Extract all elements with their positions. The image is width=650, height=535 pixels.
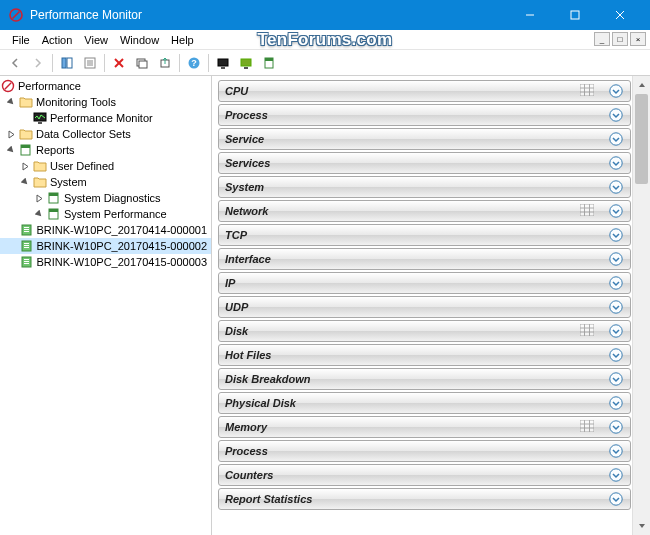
- section-hot-files[interactable]: Hot Files: [218, 344, 631, 366]
- tree-report-item[interactable]: BRINK-W10PC_20170415-000002: [0, 238, 211, 254]
- expand-icon[interactable]: [608, 491, 624, 507]
- expand-icon[interactable]: [608, 419, 624, 435]
- section-network[interactable]: Network: [218, 200, 631, 222]
- section-process[interactable]: Process: [218, 440, 631, 462]
- expand-icon[interactable]: [608, 131, 624, 147]
- tree-performance-monitor[interactable]: Performance Monitor: [0, 110, 211, 126]
- section-process[interactable]: Process: [218, 104, 631, 126]
- expand-icon[interactable]: [608, 395, 624, 411]
- expand-icon[interactable]: [608, 203, 624, 219]
- tree-label: System Diagnostics: [64, 192, 161, 204]
- vertical-scrollbar[interactable]: [632, 76, 650, 535]
- tree-root-performance[interactable]: Performance: [0, 78, 211, 94]
- forward-button[interactable]: [27, 52, 49, 74]
- section-tcp[interactable]: TCP: [218, 224, 631, 246]
- data-collector-button[interactable]: [235, 52, 257, 74]
- section-ip[interactable]: IP: [218, 272, 631, 294]
- scroll-up-button[interactable]: [633, 76, 650, 94]
- expand-toggle[interactable]: [4, 130, 18, 139]
- mdi-close-button[interactable]: ×: [630, 32, 646, 46]
- maximize-button[interactable]: [552, 0, 597, 30]
- table-icon: [580, 204, 608, 218]
- expand-icon[interactable]: [608, 179, 624, 195]
- section-system[interactable]: System: [218, 176, 631, 198]
- section-disk[interactable]: Disk: [218, 320, 631, 342]
- show-hide-tree-button[interactable]: [56, 52, 78, 74]
- report-icon: [20, 222, 34, 238]
- expand-icon[interactable]: [608, 227, 624, 243]
- scroll-thumb[interactable]: [635, 94, 648, 184]
- expand-icon[interactable]: [608, 299, 624, 315]
- close-button[interactable]: [597, 0, 642, 30]
- tree-monitoring-tools[interactable]: Monitoring Tools: [0, 94, 211, 110]
- svg-rect-38: [24, 231, 29, 232]
- delete-button[interactable]: [108, 52, 130, 74]
- svg-rect-19: [218, 59, 228, 66]
- report-pane: CPUProcessServiceServicesSystemNetworkTC…: [212, 76, 650, 535]
- menu-file[interactable]: File: [6, 32, 36, 48]
- expand-icon[interactable]: [608, 83, 624, 99]
- export-button[interactable]: [154, 52, 176, 74]
- back-button[interactable]: [4, 52, 26, 74]
- svg-point-63: [610, 229, 622, 241]
- expand-icon[interactable]: [608, 443, 624, 459]
- tree-system[interactable]: System: [0, 174, 211, 190]
- expand-toggle[interactable]: [18, 162, 32, 171]
- section-disk-breakdown[interactable]: Disk Breakdown: [218, 368, 631, 390]
- expand-toggle[interactable]: [4, 146, 18, 155]
- section-cpu[interactable]: CPU: [218, 80, 631, 102]
- svg-rect-7: [67, 58, 72, 68]
- monitor-button[interactable]: [212, 52, 234, 74]
- section-memory[interactable]: Memory: [218, 416, 631, 438]
- section-label: CPU: [225, 85, 580, 97]
- report-sections: CPUProcessServiceServicesSystemNetworkTC…: [212, 76, 632, 535]
- minimize-button[interactable]: [507, 0, 552, 30]
- expand-icon[interactable]: [608, 155, 624, 171]
- section-udp[interactable]: UDP: [218, 296, 631, 318]
- expand-icon[interactable]: [608, 251, 624, 267]
- section-report-statistics[interactable]: Report Statistics: [218, 488, 631, 510]
- expand-toggle[interactable]: [18, 178, 32, 187]
- reports-button[interactable]: [258, 52, 280, 74]
- tree-user-defined[interactable]: User Defined: [0, 158, 211, 174]
- menu-help[interactable]: Help: [165, 32, 200, 48]
- section-label: System: [225, 181, 608, 193]
- mdi-restore-button[interactable]: □: [612, 32, 628, 46]
- expand-icon[interactable]: [608, 467, 624, 483]
- expand-icon[interactable]: [608, 347, 624, 363]
- scroll-track[interactable]: [633, 94, 650, 517]
- svg-rect-30: [21, 145, 30, 148]
- section-service[interactable]: Service: [218, 128, 631, 150]
- mdi-minimize-button[interactable]: _: [594, 32, 610, 46]
- section-physical-disk[interactable]: Physical Disk: [218, 392, 631, 414]
- expand-icon[interactable]: [608, 323, 624, 339]
- menu-window[interactable]: Window: [114, 32, 165, 48]
- section-label: TCP: [225, 229, 608, 241]
- svg-rect-6: [62, 58, 66, 68]
- scroll-down-button[interactable]: [633, 517, 650, 535]
- expand-icon[interactable]: [608, 371, 624, 387]
- tree-system-diagnostics[interactable]: System Diagnostics: [0, 190, 211, 206]
- properties-button[interactable]: [79, 52, 101, 74]
- tree-pane[interactable]: Performance Monitoring Tools Performance…: [0, 76, 212, 535]
- tree-data-collector-sets[interactable]: Data Collector Sets: [0, 126, 211, 142]
- section-counters[interactable]: Counters: [218, 464, 631, 486]
- tree-report-item[interactable]: BRINK-W10PC_20170415-000003: [0, 254, 211, 270]
- expand-toggle[interactable]: [32, 210, 46, 219]
- expand-icon[interactable]: [608, 107, 624, 123]
- section-interface[interactable]: Interface: [218, 248, 631, 270]
- expand-toggle[interactable]: [32, 194, 46, 203]
- new-window-button[interactable]: [131, 52, 153, 74]
- section-services[interactable]: Services: [218, 152, 631, 174]
- svg-rect-3: [571, 11, 579, 19]
- help-button[interactable]: ?: [183, 52, 205, 74]
- expand-icon[interactable]: [608, 275, 624, 291]
- expand-toggle[interactable]: [4, 98, 18, 107]
- report-icon: [20, 238, 34, 254]
- menu-action[interactable]: Action: [36, 32, 79, 48]
- tree-system-performance[interactable]: System Performance: [0, 206, 211, 222]
- svg-point-55: [610, 157, 622, 169]
- menu-view[interactable]: View: [78, 32, 114, 48]
- tree-report-item[interactable]: BRINK-W10PC_20170414-000001: [0, 222, 211, 238]
- tree-reports[interactable]: Reports: [0, 142, 211, 158]
